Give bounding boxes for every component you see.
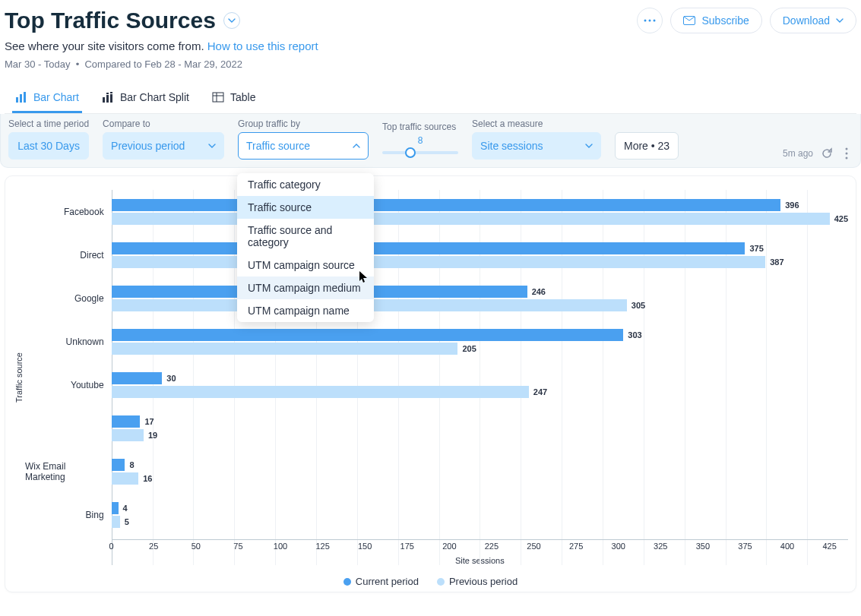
compare-select[interactable]: Previous period	[103, 132, 224, 160]
legend-previous: Previous period	[437, 576, 518, 587]
category-label: Unknown	[25, 320, 112, 363]
svg-rect-10	[110, 94, 112, 103]
category-label: Direct	[25, 233, 112, 276]
x-tick: 350	[696, 542, 710, 551]
svg-point-17	[846, 157, 848, 160]
bar-value: 30	[166, 374, 176, 383]
subscribe-label: Subscribe	[701, 14, 749, 27]
x-tick: 100	[274, 542, 287, 551]
bar-current[interactable]	[112, 199, 781, 211]
bar-previous[interactable]	[112, 256, 766, 268]
top-sources-label: Top traffic sources	[382, 122, 458, 132]
x-tick: 150	[358, 542, 372, 551]
x-tick: 75	[233, 542, 242, 551]
x-tick: 225	[485, 542, 499, 551]
select-value: Last 30 Days	[17, 140, 80, 152]
time-period-label: Select a time period	[8, 118, 89, 129]
svg-rect-7	[103, 97, 105, 103]
dropdown-option[interactable]: Traffic source and category	[237, 219, 374, 254]
x-tick: 250	[527, 542, 540, 551]
x-tick: 400	[780, 542, 794, 551]
bar-value: 305	[632, 301, 645, 310]
x-tick: 50	[192, 542, 201, 551]
legend-current: Current period	[343, 576, 419, 587]
bar-value: 19	[148, 431, 157, 440]
legend-label: Previous period	[449, 576, 518, 587]
chevron-down-icon	[836, 17, 844, 24]
category-label: Facebook	[25, 190, 112, 233]
dropdown-option[interactable]: UTM campaign name	[237, 299, 374, 322]
cursor-icon	[359, 271, 369, 286]
group-by-select[interactable]	[238, 132, 369, 160]
bar-current[interactable]	[112, 242, 745, 254]
x-tick: 325	[654, 542, 667, 551]
more-label: More • 23	[624, 140, 669, 152]
bar-previous[interactable]	[112, 429, 144, 441]
measure-select[interactable]: Site sessions	[472, 132, 601, 160]
bar-current[interactable]	[112, 415, 141, 428]
tab-bar-chart[interactable]: Bar Chart	[12, 84, 82, 113]
mail-icon	[683, 16, 695, 25]
y-axis-label: Traffic source	[13, 352, 25, 403]
bar-previous[interactable]	[112, 516, 120, 528]
x-tick: 125	[315, 542, 329, 551]
category-label: Wix Email Marketing	[25, 450, 112, 493]
top-sources-slider[interactable]	[382, 146, 458, 160]
svg-rect-11	[110, 92, 112, 93]
svg-point-0	[644, 20, 647, 22]
group-by-input[interactable]	[246, 140, 330, 152]
measure-label: Select a measure	[472, 118, 601, 129]
svg-point-2	[654, 20, 656, 22]
bar-current[interactable]	[112, 329, 624, 341]
more-actions-button[interactable]	[637, 8, 663, 33]
tab-table[interactable]: Table	[209, 84, 258, 113]
bar-value: 375	[749, 244, 763, 253]
title-dropdown-icon[interactable]	[223, 12, 240, 29]
svg-rect-9	[106, 93, 109, 94]
svg-point-16	[846, 153, 848, 155]
download-button[interactable]: Download	[770, 8, 856, 33]
bar-value: 5	[125, 517, 129, 526]
bar-previous[interactable]	[112, 386, 529, 398]
dropdown-option[interactable]: Traffic category	[237, 173, 374, 196]
dropdown-option[interactable]: Traffic source	[237, 196, 374, 219]
dropdown-option[interactable]: UTM campaign source	[237, 254, 374, 276]
legend-label: Current period	[356, 576, 419, 587]
view-tabs: Bar Chart Bar Chart Split Table	[5, 84, 856, 114]
bar-value: 17	[144, 417, 154, 426]
tab-bar-chart-split[interactable]: Bar Chart Split	[99, 84, 192, 113]
kebab-menu-icon[interactable]	[840, 147, 853, 160]
bar-value: 387	[770, 257, 783, 267]
x-tick: 200	[442, 542, 456, 551]
x-tick: 375	[738, 542, 752, 551]
bar-value: 247	[533, 387, 547, 396]
bar-value: 396	[785, 201, 799, 210]
bar-previous[interactable]	[112, 213, 830, 225]
bar-value: 246	[532, 287, 546, 296]
category-label: Bing	[25, 493, 112, 536]
compare-label: Compare to	[103, 118, 224, 129]
subscribe-button[interactable]: Subscribe	[670, 8, 761, 33]
page-title: Top Traffic Sources	[5, 8, 216, 33]
time-period-select[interactable]: Last 30 Days	[8, 132, 89, 160]
help-link[interactable]: How to use this report	[207, 39, 318, 52]
bar-value: 425	[834, 214, 848, 223]
refresh-icon[interactable]	[821, 147, 833, 160]
svg-rect-8	[106, 95, 109, 103]
bar-current[interactable]	[112, 372, 163, 384]
category-label: Youtube	[25, 363, 112, 406]
svg-rect-12	[213, 93, 223, 102]
category-label	[25, 406, 112, 450]
bar-previous[interactable]	[112, 343, 458, 355]
svg-rect-6	[24, 92, 26, 103]
group-by-dropdown: Traffic category Traffic source Traffic …	[237, 173, 374, 322]
bar-current[interactable]	[112, 502, 119, 514]
bar-value: 4	[123, 504, 128, 513]
tab-label: Table	[230, 91, 255, 103]
more-filters-button[interactable]: More • 23	[615, 132, 679, 160]
slider-value: 8	[418, 135, 423, 146]
dropdown-option[interactable]: UTM campaign medium	[237, 276, 374, 299]
svg-rect-4	[16, 97, 18, 103]
bar-previous[interactable]	[112, 472, 139, 485]
bar-current[interactable]	[112, 459, 125, 471]
